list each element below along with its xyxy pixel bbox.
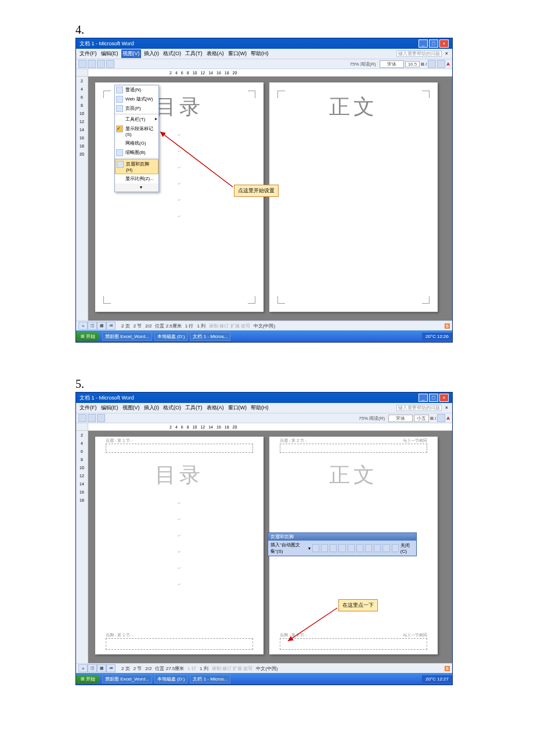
menu-format[interactable]: 格式(O) (162, 404, 182, 412)
font-size[interactable]: 小五 (414, 415, 429, 422)
hf-date-icon[interactable] (338, 544, 345, 552)
open-icon[interactable] (88, 414, 96, 422)
menu-insert[interactable]: 插入(I) (143, 49, 161, 58)
taskbar-excel[interactable]: 慧眼图 Excel_Word... (102, 675, 152, 683)
menu-tools[interactable]: 工具(T) (184, 404, 204, 412)
view-web-icon[interactable]: ◫ (88, 664, 97, 672)
start-button[interactable]: ⊞开始 (76, 332, 100, 341)
menu-tools[interactable]: 工具(T) (184, 49, 204, 58)
zoom-value[interactable]: 75% (350, 62, 359, 67)
maximize-button[interactable]: □ (429, 394, 438, 402)
header-area-1[interactable] (106, 444, 253, 453)
hf-pagenumber-icon[interactable] (312, 544, 319, 552)
document-page-2[interactable]: 正文 (269, 82, 438, 312)
menu-insert[interactable]: 插入(I) (143, 404, 161, 412)
view-normal-icon[interactable]: ≡ (78, 664, 88, 672)
hf-format-pagenumber-icon[interactable] (330, 544, 337, 552)
help-search-box[interactable]: 键入需要帮助的问题 (396, 405, 442, 411)
menu-help[interactable]: 帮助(H) (250, 404, 270, 412)
view-print-icon[interactable]: ▦ (97, 664, 106, 672)
status-section: 2 节 (134, 665, 142, 672)
hf-next-icon[interactable] (392, 544, 399, 552)
open-icon[interactable] (88, 60, 96, 68)
menu-edit[interactable]: 编辑(E) (100, 404, 120, 412)
help-search-box[interactable]: 键入需要帮助的问题 (396, 51, 442, 57)
taskbar-disk[interactable]: 本地磁盘 (D:) (154, 675, 188, 683)
font-color-button[interactable]: A (446, 416, 450, 421)
dd-gridlines[interactable]: 网格线(G) (115, 139, 158, 148)
taskbar-word[interactable]: 文档 1 - Micros... (190, 332, 230, 341)
close-button[interactable]: × (439, 39, 449, 48)
dd-page[interactable]: 页面(P) (115, 104, 158, 113)
save-icon[interactable] (97, 414, 105, 422)
menu-window[interactable]: 窗口(W) (227, 49, 248, 58)
header-footer-toolbar[interactable]: 页眉和页脚 插入"自动图文集"(S)▾ 关闭(C) (268, 532, 417, 556)
doc-close-button[interactable]: × (443, 405, 450, 411)
align-button[interactable] (437, 414, 445, 422)
start-button[interactable]: ⊞开始 (76, 675, 100, 683)
dd-header-footer[interactable]: 页眉和页脚(H) (115, 159, 158, 174)
new-icon[interactable] (78, 414, 86, 422)
dd-expand[interactable]: ▾ (115, 183, 158, 192)
italic-button[interactable]: I (435, 416, 436, 421)
view-print-icon[interactable]: ▦ (97, 322, 106, 330)
hf-switch-icon[interactable] (374, 544, 381, 552)
menu-help[interactable]: 帮助(H) (250, 49, 270, 58)
menu-table[interactable]: 表格(A) (205, 49, 225, 58)
minimize-button[interactable]: _ (418, 39, 428, 48)
view-normal-icon[interactable]: ≡ (78, 322, 88, 330)
list-button[interactable] (437, 60, 445, 68)
bold-button[interactable]: B (430, 416, 434, 421)
maximize-button[interactable]: □ (429, 39, 438, 48)
ime-indicator[interactable]: S (445, 323, 450, 329)
menu-file[interactable]: 文件(F) (78, 49, 98, 58)
dd-zoom[interactable]: 显示比例(Z)... (115, 174, 158, 183)
footer-area-1[interactable] (106, 638, 253, 650)
document-page-1[interactable]: 页眉 - 第 1 节 - 目录 ↵↵↵↵↵↵ 页脚 - 第 1 节 - (95, 437, 264, 654)
minimize-button[interactable]: _ (418, 394, 428, 402)
save-icon[interactable] (97, 60, 105, 68)
italic-button[interactable]: I (425, 62, 427, 67)
print-icon[interactable] (106, 60, 114, 68)
dd-thumbnails[interactable]: 缩略图(B) (115, 148, 158, 157)
taskbar-word[interactable]: 文档 1 - Micros... (190, 675, 230, 683)
menu-file[interactable]: 文件(F) (78, 404, 98, 412)
menu-table[interactable]: 表格(A) (205, 404, 225, 412)
font-size[interactable]: 16.5 (405, 61, 420, 67)
taskbar-excel[interactable]: 慧眼图 Excel_Word... (102, 332, 152, 341)
header-area-2[interactable] (280, 444, 427, 453)
dd-web[interactable]: Web 版式(W) (115, 95, 158, 104)
menu-window[interactable]: 窗口(W) (227, 404, 248, 412)
taskbar-disk[interactable]: 本地磁盘 (D:) (154, 332, 188, 341)
dd-toolbars[interactable]: 工具栏(T)▸ (115, 115, 158, 124)
doc-close-button[interactable]: × (443, 51, 450, 56)
font-selector[interactable]: 宋体 (388, 415, 413, 422)
hf-prev-icon[interactable] (383, 544, 389, 552)
read-button[interactable]: 阅读(R) (360, 61, 376, 67)
view-outline-icon[interactable]: ≔ (106, 664, 116, 672)
hf-close-button[interactable]: 关闭(C) (400, 542, 414, 554)
hf-time-icon[interactable] (348, 544, 355, 552)
align-button[interactable] (428, 60, 436, 68)
ime-indicator[interactable]: S (445, 666, 450, 671)
new-icon[interactable] (78, 60, 86, 68)
hf-pagesetup-icon[interactable] (356, 544, 363, 552)
hf-pagecount-icon[interactable] (321, 544, 328, 552)
menu-view[interactable]: 视图(V) (121, 404, 141, 412)
menu-edit[interactable]: 编辑(E) (100, 49, 120, 58)
view-web-icon[interactable]: ◫ (88, 322, 97, 330)
menu-format[interactable]: 格式(O) (162, 49, 182, 58)
zoom-value[interactable]: 75% (359, 416, 368, 421)
hf-link-to-previous-icon[interactable] (365, 544, 372, 552)
menu-view[interactable]: 视图(V) (121, 49, 141, 58)
font-selector[interactable]: 宋体 (380, 60, 404, 68)
font-color-button[interactable]: A (446, 62, 450, 67)
hf-autotext-button[interactable]: 插入"自动图文集"(S) (270, 542, 306, 555)
dd-normal[interactable]: 普通(N) (115, 85, 158, 95)
bold-button[interactable]: B (421, 62, 424, 67)
menu-bar: 文件(F) 编辑(E) 视图(V) 插入(I) 格式(O) 工具(T) 表格(A… (76, 403, 452, 413)
dd-paramarks[interactable]: ✓显示段落标记(S) (115, 124, 158, 139)
read-button[interactable]: 阅读(R) (369, 415, 385, 422)
close-button[interactable]: × (439, 394, 449, 402)
view-outline-icon[interactable]: ≔ (106, 322, 116, 330)
